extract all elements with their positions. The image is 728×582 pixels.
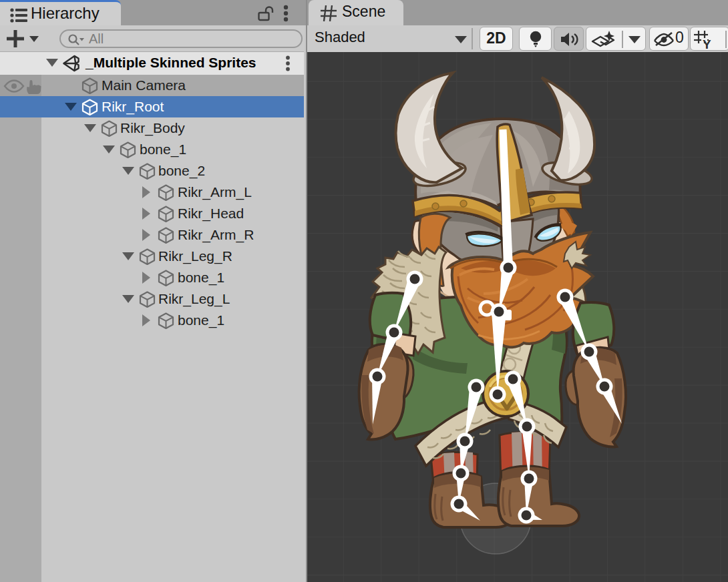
svg-text:Y: Y — [703, 37, 711, 50]
